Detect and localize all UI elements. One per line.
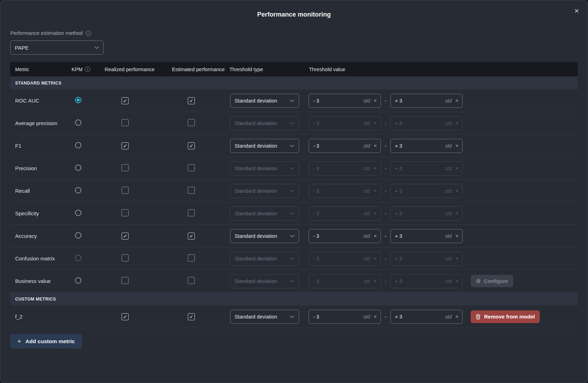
threshold-type-value: Standard deviation — [235, 166, 277, 171]
estimated-performance-checkbox[interactable] — [188, 209, 195, 216]
chevron-down-icon — [290, 99, 295, 102]
threshold-range-separator: - — [385, 188, 386, 194]
threshold-type-select[interactable]: Standard deviation — [230, 94, 299, 108]
threshold-type-value: Standard deviation — [235, 121, 277, 126]
column-header-kpm: KPM — [72, 67, 82, 72]
clear-icon[interactable]: ✕ — [455, 98, 459, 103]
modal-title: Performance monitoring — [0, 11, 588, 18]
clear-icon[interactable]: ✕ — [455, 234, 459, 239]
estimated-performance-checkbox[interactable] — [188, 164, 195, 171]
kpm-radio[interactable] — [75, 210, 81, 216]
threshold-type-value: Standard deviation — [235, 256, 277, 261]
realized-performance-checkbox[interactable] — [122, 97, 129, 104]
threshold-type-select: Standard deviation — [230, 161, 299, 175]
kpm-radio[interactable] — [75, 142, 81, 148]
realized-performance-checkbox[interactable] — [122, 313, 129, 320]
metric-label: Business value — [10, 278, 67, 284]
kpm-radio[interactable] — [75, 165, 81, 171]
trash-icon — [476, 314, 481, 320]
threshold-type-select: Standard deviation — [230, 252, 299, 266]
threshold-type-select[interactable]: Standard deviation — [230, 310, 299, 324]
estimated-performance-checkbox[interactable] — [188, 97, 195, 104]
row-roc-auc: ROC AUC Standard deviation - 3 std ✕ - +… — [10, 89, 578, 112]
threshold-type-value: Standard deviation — [235, 143, 277, 149]
info-icon[interactable] — [86, 31, 91, 36]
clear-icon[interactable]: ✕ — [455, 143, 459, 148]
threshold-lower-input[interactable]: - 3 std ✕ — [309, 139, 381, 153]
threshold-upper-input[interactable]: + 3 std ✕ — [390, 310, 463, 324]
metric-label: Average precision — [10, 120, 67, 126]
threshold-lower-input: - 3 std ✕ — [309, 206, 381, 221]
remove-from-model-button[interactable]: Remove from model — [471, 310, 540, 323]
clear-icon[interactable]: ✕ — [373, 143, 377, 148]
threshold-range-separator: - — [385, 143, 386, 149]
clear-icon: ✕ — [455, 279, 459, 284]
threshold-upper-input[interactable]: + 3 std ✕ — [390, 229, 463, 243]
clear-icon: ✕ — [455, 166, 459, 171]
chevron-down-icon — [290, 257, 295, 260]
threshold-lower-input[interactable]: - 3 std ✕ — [309, 229, 381, 243]
threshold-type-value: Standard deviation — [235, 98, 277, 104]
estimated-performance-checkbox[interactable] — [188, 142, 195, 149]
clear-icon[interactable]: ✕ — [373, 98, 377, 103]
realized-performance-checkbox[interactable] — [122, 233, 129, 240]
row-average-precision: Average precision Standard deviation - 3… — [10, 112, 578, 135]
chevron-down-icon — [290, 167, 295, 170]
threshold-lower-input: - 3 std ✕ — [309, 161, 381, 175]
realized-performance-checkbox[interactable] — [122, 119, 129, 126]
info-icon[interactable] — [85, 67, 90, 72]
table-header-row: Metric KPM Realized performance Estimate… — [10, 62, 578, 76]
clear-icon: ✕ — [455, 121, 459, 126]
realized-performance-checkbox[interactable] — [122, 254, 129, 261]
kpm-radio[interactable] — [75, 232, 81, 239]
kpm-radio[interactable] — [75, 187, 81, 193]
threshold-range-separator: - — [385, 314, 386, 320]
threshold-type-select[interactable]: Standard deviation — [230, 229, 299, 243]
row-accuracy: Accuracy Standard deviation - 3 std ✕ - … — [10, 225, 578, 247]
threshold-lower-input: - 3 std ✕ — [309, 252, 381, 266]
metric-label: Confusion matrix — [10, 255, 67, 261]
clear-icon[interactable]: ✕ — [455, 314, 459, 319]
realized-performance-checkbox[interactable] — [122, 209, 129, 216]
threshold-upper-input[interactable]: + 3 std ✕ — [390, 139, 463, 153]
chevron-down-icon — [94, 46, 99, 49]
realized-performance-checkbox[interactable] — [122, 277, 129, 284]
gear-icon: ⚙ — [476, 278, 481, 284]
realized-performance-checkbox[interactable] — [122, 164, 129, 171]
performance-monitoring-modal: ✕ Performance monitoring Performance est… — [0, 0, 588, 383]
threshold-range-separator: - — [385, 210, 386, 216]
close-button[interactable]: ✕ — [573, 6, 581, 16]
threshold-type-value: Standard deviation — [235, 314, 277, 320]
clear-icon[interactable]: ✕ — [373, 314, 377, 319]
realized-performance-checkbox[interactable] — [122, 187, 129, 194]
chevron-down-icon — [290, 315, 295, 318]
clear-icon: ✕ — [455, 211, 459, 216]
clear-icon[interactable]: ✕ — [373, 234, 377, 239]
estimated-performance-checkbox[interactable] — [188, 119, 195, 126]
estimated-performance-checkbox[interactable] — [188, 187, 195, 194]
threshold-type-select[interactable]: Standard deviation — [230, 139, 299, 153]
row-specificity: Specificity Standard deviation - 3 std ✕… — [10, 202, 578, 225]
estimation-method-select[interactable]: PAPE — [10, 41, 104, 55]
kpm-radio[interactable] — [75, 277, 81, 284]
estimated-performance-checkbox[interactable] — [188, 254, 195, 261]
estimated-performance-checkbox[interactable] — [188, 313, 195, 320]
kpm-radio[interactable] — [75, 119, 81, 126]
section-header-custom-metrics: CUSTOM METRICS — [10, 292, 578, 305]
realized-performance-checkbox[interactable] — [122, 142, 129, 149]
threshold-lower-input[interactable]: - 3 std ✕ — [309, 94, 381, 108]
metric-label: f_2 — [10, 314, 67, 320]
threshold-upper-input[interactable]: + 3 std ✕ — [390, 94, 463, 108]
threshold-type-value: Standard deviation — [235, 233, 277, 239]
add-custom-metric-button[interactable]: + Add custom metric — [10, 334, 82, 348]
threshold-range-separator: - — [385, 98, 386, 104]
row-recall: Recall Standard deviation - 3 std ✕ - + … — [10, 180, 578, 202]
threshold-range-separator: - — [385, 233, 386, 239]
section-header-standard-metrics: STANDARD METRICS — [10, 76, 578, 89]
estimated-performance-checkbox[interactable] — [188, 233, 195, 240]
estimation-method-label: Performance estimation method — [10, 30, 83, 36]
kpm-radio[interactable] — [75, 97, 81, 103]
threshold-lower-input[interactable]: - 3 std ✕ — [309, 310, 381, 324]
metric-label: Accuracy — [10, 233, 67, 239]
estimated-performance-checkbox[interactable] — [188, 277, 195, 284]
